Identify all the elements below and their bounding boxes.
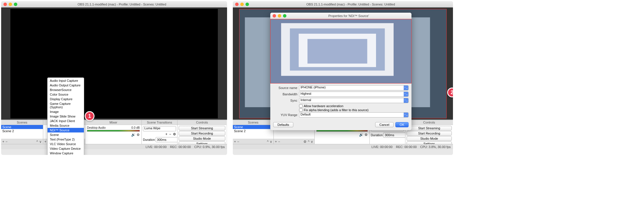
duration-input[interactable] [156, 137, 177, 142]
remove-icon[interactable]: − [237, 140, 239, 143]
settings-button[interactable]: Settings [179, 141, 225, 144]
properties-dialog[interactable]: Properties for 'NDI™ Source' Source name… [270, 13, 411, 130]
menu-item[interactable]: JACK Input Client [48, 119, 84, 123]
sync-label: Sync [273, 99, 297, 102]
modal-title: Properties for 'NDI™ Source' [288, 14, 409, 18]
preview-area[interactable] [1, 7, 227, 120]
move-up-icon[interactable]: ^ [36, 140, 38, 143]
menu-item[interactable]: Audio Input Capture [48, 78, 84, 83]
zoom-icon[interactable] [14, 3, 17, 6]
menu-item[interactable]: Audio Output Capture [48, 83, 84, 88]
audio-meter [87, 130, 140, 132]
move-up-icon[interactable]: ^ [308, 140, 309, 143]
close-icon[interactable] [3, 3, 7, 6]
speaker-icon[interactable]: 🔊 [131, 133, 135, 137]
sources-toolbar: + − ⚙ ^ ∨ [274, 139, 314, 144]
close-icon[interactable] [273, 14, 276, 18]
menu-item[interactable]: Text (FreeType 2) [48, 137, 84, 142]
menu-item[interactable]: Game Capture (Syphon) [48, 101, 84, 109]
move-down-icon[interactable]: ∨ [311, 140, 313, 143]
menu-item[interactable]: Media Source [48, 123, 84, 128]
add-icon[interactable]: + [2, 140, 4, 143]
menu-item[interactable]: Display Capture [48, 97, 84, 101]
add-icon[interactable]: + [44, 140, 46, 143]
status-cpu: CPU: 0.9%, 30.00 fps [194, 145, 225, 149]
gear-icon[interactable]: ⚙ [173, 132, 176, 136]
settings-button[interactable]: Settings [407, 141, 452, 144]
move-up-icon[interactable]: ^ [267, 140, 269, 143]
status-bar: LIVE: 00:00:00 REC: 00:00:00 CPU: 0.9%, … [1, 144, 227, 149]
add-icon[interactable]: + [275, 140, 277, 143]
menu-item[interactable]: NDI™ Source [48, 128, 84, 132]
preview-canvas[interactable] [10, 9, 218, 118]
ok-button[interactable]: OK [395, 122, 409, 127]
add-icon[interactable]: + [165, 132, 167, 136]
modal-titlebar[interactable]: Properties for 'NDI™ Source' [270, 13, 411, 19]
remove-icon[interactable]: − [5, 140, 7, 143]
move-down-icon[interactable]: ∨ [39, 140, 42, 143]
menu-item[interactable]: Video Capture Device [48, 146, 84, 151]
start-streaming-button[interactable]: Start Streaming [179, 126, 225, 130]
yuv-select[interactable]: Default [299, 112, 409, 117]
modal-preview [270, 19, 411, 84]
minimize-icon[interactable] [278, 14, 281, 18]
alpha-checkbox[interactable] [299, 108, 303, 112]
status-bar: LIVE: 00:00:00 REC: 00:00:00 CPU: 3.8%, … [233, 144, 453, 149]
start-streaming-button[interactable]: Start Streaming [407, 126, 452, 130]
minimize-icon[interactable] [240, 3, 244, 6]
menu-item[interactable]: Color Source [48, 92, 84, 97]
source-name-select[interactable]: IPHONE (iPhone) [299, 85, 409, 90]
scenes-toolbar: + − ^ ∨ [1, 139, 43, 144]
transitions-panel: Scene Transitions Luma Wipe + − ⚙ Durati… [142, 120, 177, 144]
gear-icon[interactable]: ⚙ [303, 140, 307, 143]
transition-select[interactable]: Luma Wipe [143, 126, 176, 131]
close-icon[interactable] [235, 3, 239, 6]
scene-row[interactable]: Scene [1, 125, 43, 129]
modal-form: Source name IPHONE (iPhone) Bandwidth Hi… [270, 84, 411, 120]
mixer-body: Desktop Audio 0.0 dB 🔊 ⚙ [85, 125, 141, 144]
studio-mode-button[interactable]: Studio Mode [179, 136, 225, 141]
bandwidth-select[interactable]: Highest [299, 92, 409, 97]
menu-item[interactable]: Window Capture [48, 151, 84, 155]
menu-item[interactable]: VLC Video Source [48, 142, 84, 146]
defaults-button[interactable]: Defaults [273, 122, 293, 127]
scene-row[interactable]: Scene [233, 125, 273, 129]
scenes-list[interactable]: Scene Scene 2 [233, 125, 273, 139]
titlebar[interactable]: OBS 21.1.1-modified (mac) - Profile: Unt… [233, 1, 453, 7]
sync-select[interactable]: Internal [299, 98, 409, 103]
annotation-badge-1: 1 [85, 111, 95, 121]
scene-row[interactable]: Scene 2 [233, 129, 273, 133]
minimize-icon[interactable] [9, 3, 12, 6]
zoom-icon[interactable] [245, 3, 249, 6]
studio-mode-button[interactable]: Studio Mode [407, 136, 452, 141]
source-name-label: Source name [273, 86, 297, 90]
scenes-toolbar: + − ^ ∨ [233, 139, 273, 144]
titlebar[interactable]: OBS 21.1.1-modified (mac) - Profile: Unt… [1, 1, 227, 7]
status-cpu: CPU: 3.8%, 30.00 fps [420, 145, 451, 149]
speaker-icon[interactable]: 🔊 [359, 133, 363, 137]
hwaccel-checkbox[interactable] [299, 104, 303, 108]
start-recording-button[interactable]: Start Recording [179, 131, 225, 136]
obs-window-2: OBS 21.1.1-modified (mac) - Profile: Unt… [233, 1, 453, 155]
remove-icon[interactable]: − [169, 132, 171, 136]
mixer-channel-db: 0.0 dB [131, 126, 140, 129]
obs-window-1: OBS 21.1.1-modified (mac) - Profile: Unt… [1, 1, 227, 155]
scenes-header: Scenes [233, 120, 273, 125]
zoom-icon[interactable] [283, 14, 286, 18]
remove-icon[interactable]: − [278, 140, 280, 143]
start-recording-button[interactable]: Start Recording [407, 131, 452, 136]
gear-icon[interactable]: ⚙ [137, 133, 140, 137]
add-source-menu[interactable]: Audio Input CaptureAudio Output CaptureB… [47, 77, 84, 155]
scene-row[interactable]: Scene 2 [1, 129, 43, 133]
cancel-button[interactable]: Cancel [375, 122, 394, 127]
add-icon[interactable]: + [234, 140, 236, 143]
menu-item[interactable]: BrowserSource [48, 88, 84, 92]
move-down-icon[interactable]: ∨ [270, 140, 272, 143]
scenes-list[interactable]: Scene Scene 2 [1, 125, 43, 139]
duration-input[interactable] [383, 132, 405, 138]
menu-item[interactable]: Scene [48, 132, 84, 137]
menu-item[interactable]: Image Slide Show [48, 114, 84, 119]
gear-icon[interactable]: ⚙ [365, 133, 368, 137]
menu-item[interactable]: Image [48, 109, 84, 114]
lower-bar: Scenes Scene Scene 2 + − ^ ∨ Sources + −… [1, 120, 227, 144]
